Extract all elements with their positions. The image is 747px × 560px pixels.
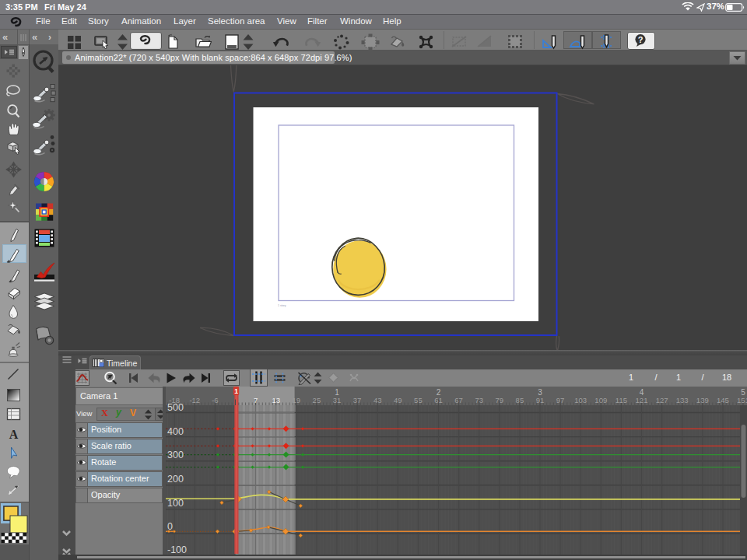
svg-text:1 story: 1 story (278, 304, 286, 307)
svg-text:55: 55 (414, 396, 423, 404)
svg-text:79: 79 (496, 396, 504, 404)
svg-text:200: 200 (167, 474, 184, 485)
svg-text:43: 43 (374, 396, 382, 404)
svg-text:7: 7 (254, 396, 258, 404)
svg-text:-12: -12 (189, 396, 200, 404)
svg-text:145: 145 (717, 396, 729, 404)
svg-text:1: 1 (234, 387, 238, 395)
svg-text:2: 2 (437, 388, 441, 397)
svg-text:109: 109 (594, 396, 607, 404)
svg-text:4: 4 (640, 388, 644, 397)
svg-text:139: 139 (696, 396, 709, 404)
svg-text:13: 13 (272, 396, 280, 404)
svg-text:25: 25 (313, 396, 321, 404)
svg-text:31: 31 (333, 396, 342, 404)
svg-text:300: 300 (167, 450, 184, 460)
svg-text:0: 0 (167, 521, 173, 532)
svg-text:?: ? (638, 35, 644, 44)
svg-text:100: 100 (167, 498, 184, 509)
svg-text:400: 400 (167, 426, 184, 437)
svg-text:19: 19 (293, 396, 301, 404)
svg-text:37: 37 (353, 396, 362, 404)
svg-text:115: 115 (615, 396, 627, 404)
svg-text:91: 91 (536, 396, 545, 404)
svg-text:127: 127 (656, 396, 668, 404)
svg-text:61: 61 (434, 396, 443, 404)
svg-text:1: 1 (335, 388, 339, 397)
svg-text:121: 121 (636, 396, 648, 404)
svg-text:73: 73 (475, 396, 483, 404)
svg-text:67: 67 (454, 396, 463, 404)
svg-text:3: 3 (538, 388, 542, 397)
svg-text:-100: -100 (167, 544, 187, 555)
svg-text:133: 133 (676, 396, 689, 404)
svg-text:-6: -6 (212, 396, 218, 404)
svg-text:49: 49 (394, 396, 402, 404)
svg-text:85: 85 (516, 396, 524, 404)
svg-text:97: 97 (556, 396, 565, 404)
svg-text:103: 103 (574, 396, 587, 404)
svg-text:500: 500 (167, 402, 184, 413)
svg-text:A: A (9, 428, 19, 441)
svg-text:5: 5 (741, 388, 745, 397)
svg-text:151: 151 (737, 396, 747, 404)
